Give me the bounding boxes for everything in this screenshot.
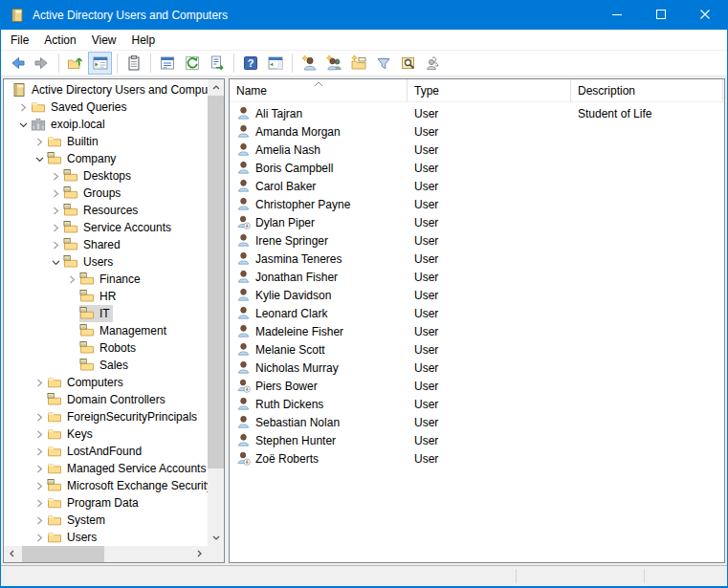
tree-item-body[interactable]: Robots xyxy=(79,339,139,357)
tree-item-resources[interactable]: Resources xyxy=(4,202,208,219)
column-header-name[interactable]: Name xyxy=(230,79,408,101)
tree-item-body[interactable]: HR xyxy=(79,288,119,305)
menu-item-action[interactable]: Action xyxy=(36,31,83,50)
list-row-leonard-clark[interactable]: Leonard ClarkUser xyxy=(230,304,724,322)
tree-item-microsoft-exchange-security[interactable]: Microsoft Exchange Security xyxy=(4,477,208,494)
tree-item-system[interactable]: System xyxy=(4,512,208,529)
list-row-jasmina-teneres[interactable]: Jasmina TeneresUser xyxy=(230,250,724,268)
scroll-down-button[interactable] xyxy=(208,530,224,546)
tree-item-body[interactable]: System xyxy=(47,512,108,529)
tree-item-body[interactable]: Finance xyxy=(79,271,143,288)
tree-item-body[interactable]: Keys xyxy=(47,425,96,443)
list-row-sebastian-nolan[interactable]: Sebastian NolanUser xyxy=(230,413,724,431)
column-header-type[interactable]: Type xyxy=(408,79,571,101)
tree-horizontal-scroll-track[interactable] xyxy=(20,546,191,562)
new-org-unit-button[interactable] xyxy=(346,52,370,75)
tree-item-body[interactable]: Resources xyxy=(63,202,141,219)
expand-chevron[interactable] xyxy=(32,534,47,542)
refresh-button[interactable] xyxy=(180,52,204,75)
expand-chevron[interactable] xyxy=(32,413,47,422)
tree-item-body[interactable]: ForeignSecurityPrincipals xyxy=(47,408,200,425)
tree-vertical-scroll-track[interactable] xyxy=(208,96,224,530)
tree-item-exoip-local[interactable]: exoip.local xyxy=(4,116,208,133)
tree-item-body[interactable]: Desktops xyxy=(63,167,134,185)
expand-chevron[interactable] xyxy=(32,430,47,439)
expand-chevron[interactable] xyxy=(48,172,63,181)
expand-chevron[interactable] xyxy=(32,465,47,473)
forward-button[interactable] xyxy=(30,52,54,75)
list-row-zo-roberts[interactable]: Zoë RobertsUser xyxy=(230,449,724,468)
menu-item-view[interactable]: View xyxy=(84,31,124,50)
tree-item-users[interactable]: Users xyxy=(4,529,208,546)
tree-item-body[interactable]: Builtin xyxy=(47,133,101,150)
expand-chevron[interactable] xyxy=(32,499,47,508)
close-button[interactable] xyxy=(683,1,727,30)
expand-chevron[interactable] xyxy=(32,138,47,146)
tree-item-body[interactable]: Groups xyxy=(63,185,123,202)
list-row-irene-springer[interactable]: Irene SpringerUser xyxy=(230,231,724,250)
tree-item-builtin[interactable]: Builtin xyxy=(4,133,208,150)
menu-item-file[interactable]: File xyxy=(3,31,36,50)
new-user-button[interactable] xyxy=(297,52,320,75)
tree-item-body[interactable]: Management xyxy=(79,322,169,339)
tree-item-keys[interactable]: Keys xyxy=(4,425,208,443)
tree-item-body[interactable]: Managed Service Accounts xyxy=(47,460,208,477)
list-row-amelia-nash[interactable]: Amelia NashUser xyxy=(230,141,724,159)
tree-item-hr[interactable]: HR xyxy=(4,288,208,305)
tree-item-groups[interactable]: Groups xyxy=(4,185,208,202)
list-row-carol-baker[interactable]: Carol BakerUser xyxy=(230,177,724,195)
tree-item-foreignsecurityprincipals[interactable]: ForeignSecurityPrincipals xyxy=(4,408,208,425)
collapse-chevron[interactable] xyxy=(48,258,63,267)
tree-item-body[interactable]: Domain Controllers xyxy=(47,391,168,408)
expand-chevron[interactable] xyxy=(48,207,63,215)
list-row-melanie-scott[interactable]: Melanie ScottUser xyxy=(230,340,724,359)
expand-chevron[interactable] xyxy=(32,447,47,456)
tree-horizontal-scrollbar[interactable] xyxy=(4,546,208,562)
scroll-up-button[interactable] xyxy=(208,79,224,96)
scroll-left-button[interactable] xyxy=(4,546,20,562)
tree-item-finance[interactable]: Finance xyxy=(4,271,208,288)
tree-item-program-data[interactable]: Program Data xyxy=(4,494,208,512)
tree-item-active-directory-users-and-comput[interactable]: Active Directory Users and Comput xyxy=(4,81,208,98)
scroll-right-button[interactable] xyxy=(191,546,208,562)
expand-chevron[interactable] xyxy=(64,275,79,284)
tree-item-body[interactable]: IT xyxy=(79,305,113,322)
filter-button[interactable] xyxy=(371,52,395,75)
tree-item-body[interactable]: Program Data xyxy=(47,494,142,512)
expand-chevron[interactable] xyxy=(32,482,47,490)
tree-item-lostandfound[interactable]: LostAndFound xyxy=(4,443,208,460)
list-row-madeleine-fisher[interactable]: Madeleine FisherUser xyxy=(230,322,724,340)
delegate-button[interactable] xyxy=(421,52,445,75)
tree-item-users[interactable]: Users xyxy=(4,253,208,271)
list-row-ali-tajran[interactable]: Ali TajranUserStudent of Life xyxy=(230,104,724,122)
list-row-piers-bower[interactable]: Piers BowerUser xyxy=(230,377,724,395)
collapse-chevron[interactable] xyxy=(32,155,47,163)
tree-item-company[interactable]: Company xyxy=(4,150,208,167)
tree-horizontal-scroll-thumb[interactable] xyxy=(22,546,104,562)
tree-item-body[interactable]: Sales xyxy=(79,357,131,374)
expand-chevron[interactable] xyxy=(48,224,63,232)
collapse-chevron[interactable] xyxy=(15,120,31,129)
properties-button[interactable] xyxy=(121,52,145,75)
list-row-ruth-dickens[interactable]: Ruth DickensUser xyxy=(230,395,724,413)
tree-item-service-accounts[interactable]: Service Accounts xyxy=(4,219,208,236)
minimize-button[interactable] xyxy=(595,1,639,30)
tree-item-sales[interactable]: Sales xyxy=(4,357,208,374)
list-row-boris-campbell[interactable]: Boris CampbellUser xyxy=(230,159,724,177)
tree-vertical-scroll-thumb[interactable] xyxy=(208,96,224,468)
list-row-stephen-hunter[interactable]: Stephen HunterUser xyxy=(230,431,724,449)
list-row-kylie-davidson[interactable]: Kylie DavidsonUser xyxy=(230,286,724,304)
expand-chevron[interactable] xyxy=(48,189,63,198)
expand-chevron[interactable] xyxy=(48,241,63,250)
tree-item-it[interactable]: IT xyxy=(4,305,208,322)
column-header-description[interactable]: Description xyxy=(571,79,723,101)
export-list-button[interactable] xyxy=(205,52,229,75)
new-group-button[interactable] xyxy=(321,52,345,75)
tree-item-computers[interactable]: Computers xyxy=(4,374,208,391)
tree-item-body[interactable]: Active Directory Users and Comput xyxy=(11,81,208,98)
up-one-level-button[interactable] xyxy=(63,52,87,75)
list-row-amanda-morgan[interactable]: Amanda MorganUser xyxy=(230,122,724,141)
list-row-christopher-payne[interactable]: Christopher PayneUser xyxy=(230,195,724,213)
tree-item-body[interactable]: Company xyxy=(47,150,119,167)
find-button[interactable] xyxy=(396,52,420,75)
